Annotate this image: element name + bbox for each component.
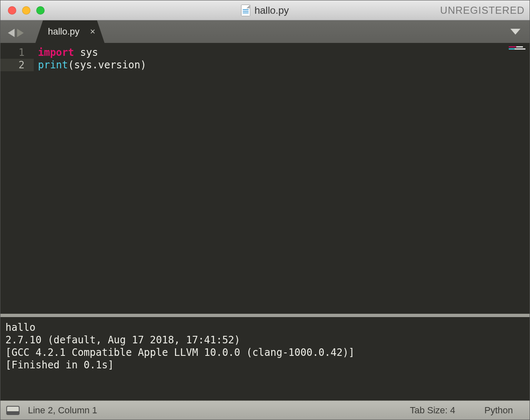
panel-switcher-icon[interactable] bbox=[6, 406, 20, 415]
title-bar: hallo.py UNREGISTERED bbox=[0, 0, 530, 20]
file-icon bbox=[241, 5, 250, 16]
output-line: hallo bbox=[5, 321, 525, 334]
code-line[interactable]: import sys bbox=[38, 46, 146, 59]
code-content[interactable]: import sysprint(sys.version) bbox=[34, 43, 146, 314]
minimap-line bbox=[509, 46, 525, 48]
license-status: UNREGISTERED bbox=[440, 5, 525, 16]
output-line: [GCC 4.2.1 Compatible Apple LLVM 10.0.0 … bbox=[5, 346, 525, 359]
editor-window: hallo.py UNREGISTERED hallo.py × 1 2 imp… bbox=[0, 0, 530, 420]
tab-size-selector[interactable]: Tab Size: 4 bbox=[410, 405, 455, 416]
code-text: sys bbox=[74, 47, 98, 58]
close-tab-icon[interactable]: × bbox=[90, 26, 95, 37]
editor-area[interactable]: 1 2 import sysprint(sys.version) bbox=[0, 43, 530, 314]
line-number: 1 bbox=[0, 46, 25, 59]
nav-arrows bbox=[8, 29, 24, 37]
tab-label: hallo.py bbox=[48, 26, 80, 37]
keyword-import: import bbox=[38, 47, 74, 58]
code-text: (sys.version) bbox=[68, 59, 146, 71]
window-title-text: hallo.py bbox=[255, 5, 289, 16]
nav-back-icon[interactable] bbox=[8, 29, 15, 37]
line-gutter: 1 2 bbox=[0, 43, 34, 314]
tab-hallo[interactable]: hallo.py × bbox=[35, 20, 105, 43]
nav-forward-icon[interactable] bbox=[17, 29, 24, 37]
minimize-window-button[interactable] bbox=[22, 6, 30, 15]
code-line[interactable]: print(sys.version) bbox=[38, 59, 146, 71]
cursor-position[interactable]: Line 2, Column 1 bbox=[28, 405, 410, 416]
window-title: hallo.py bbox=[241, 5, 289, 16]
tab-dropdown-icon[interactable] bbox=[510, 29, 520, 35]
syntax-selector[interactable]: Python bbox=[485, 405, 513, 416]
zoom-window-button[interactable] bbox=[36, 6, 45, 15]
minimap-line bbox=[509, 48, 525, 50]
panel-divider[interactable] bbox=[0, 314, 530, 317]
tab-bar: hallo.py × bbox=[0, 20, 530, 43]
status-bar: Line 2, Column 1 Tab Size: 4 Python bbox=[0, 400, 530, 420]
close-window-button[interactable] bbox=[8, 6, 16, 15]
window-controls bbox=[8, 6, 45, 15]
build-output-panel[interactable]: hallo2.7.10 (default, Aug 17 2018, 17:41… bbox=[0, 317, 530, 400]
minimap[interactable] bbox=[509, 46, 525, 51]
line-number: 2 bbox=[0, 59, 34, 71]
builtin-print: print bbox=[38, 59, 68, 71]
output-line: [Finished in 0.1s] bbox=[5, 359, 525, 371]
output-line: 2.7.10 (default, Aug 17 2018, 17:41:52) bbox=[5, 334, 525, 346]
